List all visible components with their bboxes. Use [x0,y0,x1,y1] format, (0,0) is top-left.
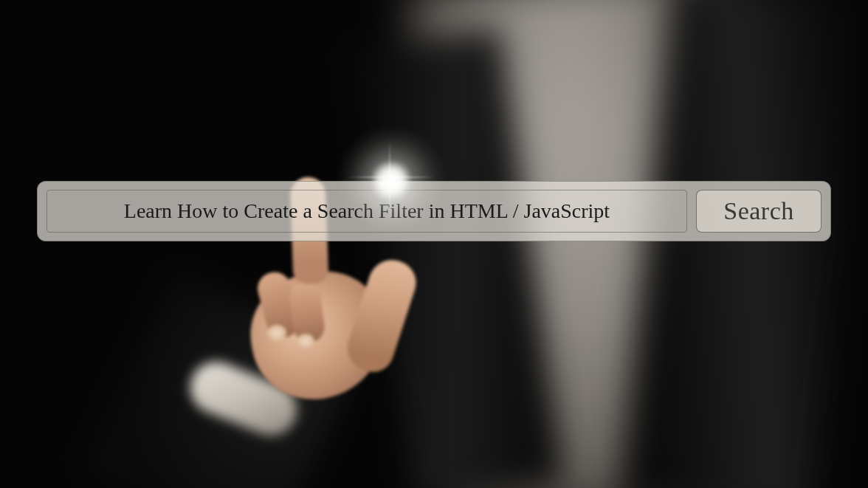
search-bar: Search [37,181,831,241]
search-button[interactable]: Search [696,190,822,233]
background-image [0,0,868,488]
search-input[interactable] [46,190,687,233]
background-hand [162,207,458,488]
